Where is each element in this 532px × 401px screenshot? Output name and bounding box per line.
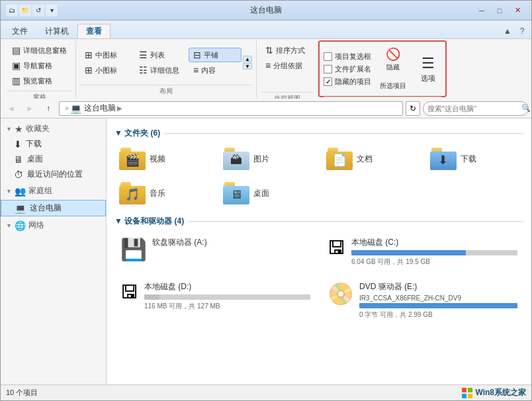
minimize-button[interactable]: ─ [473,4,490,17]
folders-divider [164,133,523,134]
check-mark: ✓ [326,78,331,85]
flag-yellow [468,394,472,398]
device-grid: 💾 软盘驱动器 (A:) 🖫 本地磁盘 (C:) 6.04 GB 可用，共 19… [114,232,523,324]
sidebar: ▼ ★ 收藏夹 ⬇ 下载 🖥 桌面 ⏱ 最近访问的位置 [1,118,107,384]
panes-group-content: ▤ 详细信息窗格 ▣ 导航窗格 ▥ 预览窗格 [7,42,71,89]
hide-buttons-col: 🚫 隐藏 所选项目 [374,44,412,94]
details-btn[interactable]: ☷ 详细信息 [134,63,187,77]
list-btn[interactable]: ☰ 列表 [134,48,187,62]
local-c-info: 本地磁盘 (C:) 6.04 GB 可用，共 19.5 GB [351,237,517,267]
help-button[interactable]: ▲ [501,25,514,37]
close-button[interactable]: ✕ [509,4,526,17]
options-icon: ☰ [421,55,435,72]
layout-scroll-area: ⊞ 中图标 ⊞ 小图标 ☰ 列表 [80,48,252,77]
sidebar-section-favorites: ▼ ★ 收藏夹 ⬇ 下载 🖥 桌面 ⏱ 最近访问的位置 [1,121,106,182]
status-bar: 10 个项目 Win8系统之家 [1,384,531,400]
thispc-label: 这台电脑 [30,202,62,214]
folder-item-music[interactable]: 🎵 音乐 [114,179,213,208]
hide-btn[interactable]: 🚫 隐藏 [380,44,406,75]
scroll-down-btn[interactable]: ▼ [243,63,252,69]
device-item-floppy[interactable]: 💾 软盘驱动器 (A:) [114,232,316,271]
ribbon-tabs: 文件 计算机 查看 ▲ ? [1,21,531,39]
extra-large-btn[interactable]: ⊞ 中图标 [80,48,133,62]
detail-pane-label: 详细信息窗格 [23,46,67,56]
scroll-up-btn[interactable]: ▲ [243,56,252,62]
sort-by-btn[interactable]: ⇅ 排序方式 [261,43,314,58]
content-btn[interactable]: ≡ 内容 [189,63,242,77]
folders-section-label: ▼ 文件夹 (6) [114,128,160,139]
file-ext-checkbox[interactable] [324,65,332,73]
tab-view[interactable]: 查看 [77,24,111,38]
floppy-info: 软盘驱动器 (A:) [152,237,310,250]
dvd-icon: 📀 [328,281,354,306]
group-by-btn[interactable]: ≡ 分组依据 [261,58,314,73]
back-button[interactable]: ◄ [3,101,19,116]
sidebar-item-recent[interactable]: ⏱ 最近访问的位置 [1,167,106,182]
sort-by-icon: ⇅ [265,46,273,55]
folder-item-pictures[interactable]: 🏔 图片 [218,144,317,173]
path-separator-0: » [65,105,69,112]
path-item-0[interactable]: 💻 这台电脑 ▶ [70,103,124,114]
window-title: 这台电脑 [250,5,282,16]
file-ext-checkbox-row[interactable]: 文件扩展名 [324,64,371,74]
sidebar-item-download[interactable]: ⬇ 下载 [1,136,106,152]
tiles-label: 平铺 [204,50,218,60]
detail-pane-btn[interactable]: ▤ 详细信息窗格 [7,43,71,58]
item-checkbox[interactable] [324,52,332,61]
device-item-local-d[interactable]: 🖫 本地磁盘 (D:) 116 MB 可用，共 127 MB [114,277,316,324]
local-d-progress-bar-bg [144,294,310,300]
layout-scroll: ▲ ▼ [243,56,252,69]
address-path[interactable]: » 💻 这台电脑 ▶ [59,101,403,116]
address-bar: ◄ ► ↑ » 💻 这台电脑 ▶ ↻ 🔍 [1,99,531,118]
search-icon[interactable]: 🔍 [521,104,531,112]
dropdown-btn[interactable]: ▾ [46,5,58,17]
device-item-local-c[interactable]: 🖫 本地磁盘 (C:) 6.04 GB 可用，共 19.5 GB [322,232,523,271]
tiles-btn[interactable]: ⊟ 平铺 [189,48,242,62]
item-checkbox-row[interactable]: 项目复选框 [324,52,371,62]
refresh-button[interactable]: ↻ [406,101,420,116]
extra-large-label: 中图标 [95,50,117,60]
maximize-button[interactable]: □ [491,4,508,17]
tab-file[interactable]: 文件 [3,24,36,38]
ribbon-toggle[interactable]: ? [515,25,529,37]
folder-item-documents[interactable]: 📄 文档 [322,144,420,173]
sidebar-header-thispc[interactable]: 💻 这台电脑 [1,200,106,216]
desktop-icon: 🖥 [14,154,23,165]
sidebar-section-thispc: 💻 这台电脑 [1,200,106,216]
status-item-count: 10 个项目 [6,388,38,398]
preview-pane-btn[interactable]: ▥ 预览窗格 [7,73,71,88]
local-d-name: 本地磁盘 (D:) [144,281,310,292]
search-input[interactable] [427,105,519,112]
folder-item-videos[interactable]: 🎬 视频 [114,144,213,173]
new-folder-btn[interactable]: 📁 [19,5,31,17]
undo-btn[interactable]: ↺ [32,5,44,17]
local-c-icon: 🖫 [328,237,346,259]
nav-pane-btn[interactable]: ▣ 导航窗格 [7,58,71,73]
hidden-items-checkbox-row[interactable]: ✓ 隐藏的项目 [324,77,371,87]
title-bar-left: 🗂 📁 ↺ ▾ [6,5,58,17]
properties-btn[interactable]: 🗂 [6,5,18,17]
sidebar-header-favorites[interactable]: ▼ ★ 收藏夹 [1,121,106,136]
options-btn[interactable]: ☰ 选项 [415,50,441,87]
sidebar-header-homegroup[interactable]: ▼ 👥 家庭组 [1,183,106,199]
up-button[interactable]: ↑ [40,101,56,116]
selected-items-btn[interactable]: 所选项目 [374,78,412,94]
add-col-btn[interactable] [261,73,277,89]
forward-button[interactable]: ► [22,101,38,116]
window-controls: ─ □ ✕ [473,4,526,17]
folder-icon-music: 🎵 [119,182,146,204]
devices-divider [188,221,523,222]
folder-item-downloads[interactable]: ⬇ 下载 [425,144,524,173]
options-label: 选项 [421,73,435,83]
sidebar-item-desktop[interactable]: 🖥 桌面 [1,152,106,167]
thispc-icon: 💻 [15,203,26,214]
device-item-dvd[interactable]: 📀 DVD 驱动器 (E:) IR3_CCSA_X86FRE_ZH-CN_DV9… [322,277,523,324]
hidden-items-checkbox[interactable]: ✓ [324,77,332,86]
tab-computer[interactable]: 计算机 [36,24,77,38]
show-hide-content: 项目复选框 文件扩展名 ✓ 隐藏的项目 🚫 [324,42,441,95]
folder-item-desktop-folder[interactable]: 🖥 桌面 [218,179,317,208]
path-label-0: 这台电脑 [84,103,116,114]
content-label: 内容 [201,66,216,75]
sidebar-header-network[interactable]: ▼ 🌐 网络 [1,218,106,233]
small-icon-btn[interactable]: ⊞ 小图标 [80,63,133,77]
